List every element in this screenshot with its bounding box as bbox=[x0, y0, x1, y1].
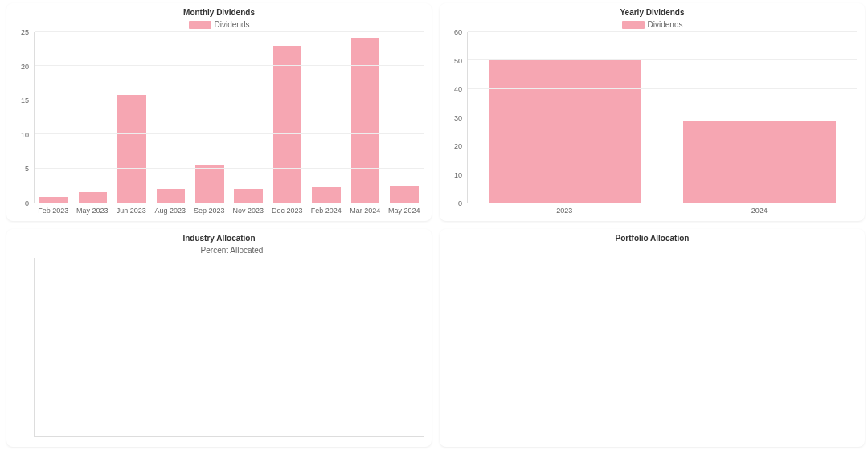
industry-chart-title: Industry Allocation bbox=[14, 234, 424, 243]
industry-legend-label: Percent Allocated bbox=[201, 246, 264, 255]
yearly-legend[interactable]: Dividends bbox=[448, 20, 857, 29]
y-tick: 40 bbox=[454, 85, 462, 93]
x-label: 2024 bbox=[662, 207, 858, 215]
x-label: Mar 2024 bbox=[346, 207, 385, 215]
y-tick: 0 bbox=[458, 199, 462, 207]
industry-chart-area bbox=[14, 258, 424, 437]
bar-slot bbox=[35, 32, 73, 202]
x-label: Nov 2023 bbox=[229, 207, 268, 215]
bar[interactable] bbox=[489, 60, 641, 202]
bar-slot bbox=[307, 32, 346, 202]
bar-slot bbox=[268, 32, 306, 202]
industry-allocation-card: Industry Allocation Percent Allocated bbox=[6, 229, 432, 447]
portfolio-pie[interactable] bbox=[564, 255, 741, 432]
bar-slot bbox=[190, 32, 229, 202]
industry-legend-swatch bbox=[175, 247, 198, 255]
monthly-bars bbox=[35, 32, 424, 202]
bar-slot bbox=[385, 32, 424, 202]
bar[interactable] bbox=[195, 165, 224, 202]
gridline bbox=[468, 59, 857, 60]
yearly-plot bbox=[467, 32, 857, 203]
gridline bbox=[468, 88, 857, 89]
yearly-dividends-card: Yearly Dividends Dividends 0102030405060… bbox=[440, 3, 865, 221]
bar-slot bbox=[73, 32, 112, 202]
bar[interactable] bbox=[273, 46, 302, 202]
x-label: May 2023 bbox=[73, 207, 113, 215]
industry-bars bbox=[35, 258, 424, 436]
gridline bbox=[35, 133, 424, 134]
x-label: Aug 2023 bbox=[151, 207, 190, 215]
gridline bbox=[35, 31, 424, 32]
yearly-bars bbox=[468, 32, 857, 202]
bar-slot bbox=[151, 32, 190, 202]
monthly-chart-area: 0510152025 bbox=[14, 32, 424, 203]
gridline bbox=[35, 168, 424, 169]
gridline bbox=[468, 31, 857, 32]
bar-slot bbox=[346, 32, 384, 202]
y-tick: 10 bbox=[454, 171, 462, 179]
y-tick: 10 bbox=[21, 131, 29, 139]
x-label: Feb 2024 bbox=[307, 207, 346, 215]
industry-plot bbox=[34, 258, 424, 437]
x-label: 2023 bbox=[467, 207, 662, 215]
y-tick: 5 bbox=[25, 165, 29, 173]
gridline bbox=[468, 145, 857, 145]
bar[interactable] bbox=[39, 197, 68, 202]
industry-legend[interactable]: Percent Allocated bbox=[14, 246, 424, 255]
yearly-x-labels: 20232024 bbox=[467, 207, 857, 215]
bar[interactable] bbox=[117, 95, 146, 202]
y-tick: 15 bbox=[21, 96, 29, 104]
portfolio-chart-title: Portfolio Allocation bbox=[448, 234, 857, 243]
bar[interactable] bbox=[234, 189, 263, 202]
monthly-legend[interactable]: Dividends bbox=[14, 20, 424, 29]
monthly-legend-label: Dividends bbox=[215, 20, 250, 29]
y-tick: 30 bbox=[454, 114, 462, 122]
industry-y-axis bbox=[14, 258, 34, 437]
bar-slot bbox=[468, 32, 662, 202]
x-label: Jun 2023 bbox=[112, 207, 151, 215]
monthly-x-labels: Feb 2023May 2023Jun 2023Aug 2023Sep 2023… bbox=[34, 207, 424, 215]
bar[interactable] bbox=[157, 189, 186, 202]
monthly-chart-title: Monthly Dividends bbox=[14, 8, 424, 17]
yearly-y-axis: 0102030405060 bbox=[448, 32, 467, 203]
y-tick: 0 bbox=[25, 199, 29, 207]
bar[interactable] bbox=[683, 121, 836, 202]
monthly-legend-swatch bbox=[189, 21, 211, 29]
gridline bbox=[468, 117, 857, 117]
yearly-legend-label: Dividends bbox=[648, 20, 683, 29]
portfolio-allocation-card: Portfolio Allocation bbox=[440, 229, 865, 447]
monthly-plot bbox=[34, 32, 424, 203]
bar[interactable] bbox=[79, 192, 108, 202]
bar[interactable] bbox=[390, 186, 419, 202]
yearly-chart-title: Yearly Dividends bbox=[448, 8, 857, 17]
x-label: Feb 2023 bbox=[34, 207, 73, 215]
portfolio-pie-area bbox=[448, 246, 857, 440]
x-label: Dec 2023 bbox=[268, 207, 307, 215]
bar[interactable] bbox=[351, 38, 380, 202]
monthly-dividends-card: Monthly Dividends Dividends 0510152025 F… bbox=[6, 3, 432, 221]
gridline bbox=[35, 100, 424, 100]
y-tick: 50 bbox=[454, 57, 462, 65]
monthly-y-axis: 0510152025 bbox=[14, 32, 34, 203]
bar-slot bbox=[662, 32, 857, 202]
yearly-legend-swatch bbox=[622, 21, 645, 29]
x-label: May 2024 bbox=[385, 207, 424, 215]
yearly-chart-area: 0102030405060 bbox=[448, 32, 857, 203]
bar[interactable] bbox=[312, 187, 341, 203]
y-tick: 60 bbox=[454, 28, 462, 36]
x-label: Sep 2023 bbox=[190, 207, 229, 215]
y-tick: 20 bbox=[454, 142, 462, 150]
bar-slot bbox=[113, 32, 151, 202]
gridline bbox=[468, 174, 857, 174]
y-tick: 25 bbox=[21, 28, 29, 36]
bar-slot bbox=[229, 32, 268, 202]
y-tick: 20 bbox=[21, 63, 29, 71]
gridline bbox=[35, 65, 424, 66]
